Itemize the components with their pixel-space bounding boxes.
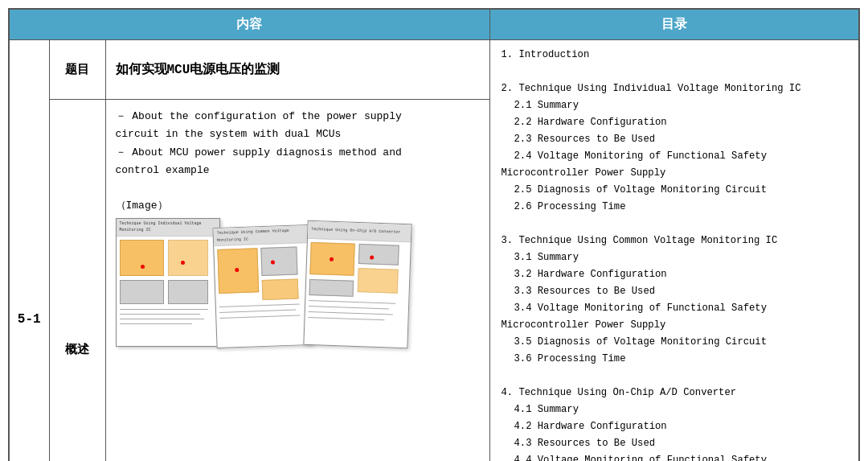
toc-sub-3-1: 3.1 Summary bbox=[502, 249, 848, 266]
doc-line-2c bbox=[219, 315, 300, 318]
title-row: 5-1 题目 如何实现MCU电源电压的监测 1. Introduction 2.… bbox=[9, 40, 859, 100]
toc-heading-2: 2. Technique Using Individual Voltage Mo… bbox=[502, 80, 848, 97]
toc-sub-4-1: 4.1 Summary bbox=[502, 401, 848, 418]
toc-cell: 1. Introduction 2. Technique Using Indiv… bbox=[489, 40, 859, 462]
doc-diagram-1b bbox=[120, 280, 164, 304]
toc-heading-1: 1. Introduction bbox=[502, 47, 848, 64]
toc-section-2: 2. Technique Using Individual Voltage Mo… bbox=[502, 80, 848, 216]
document-images: Technique Using Individual Voltage Monit… bbox=[116, 218, 480, 347]
toc-sub-4-3: 4.3 Resources to Be Used bbox=[502, 435, 848, 452]
toc-section-1: 1. Introduction bbox=[502, 47, 848, 64]
image-label: （Image） bbox=[116, 197, 480, 215]
toc-sub-3-6: 3.6 Processing Time bbox=[502, 351, 848, 368]
doc-line-2b bbox=[219, 309, 296, 312]
doc-thumbnail-1: Technique Using Individual Voltage Monit… bbox=[116, 218, 220, 347]
doc-diagram-2b bbox=[260, 246, 297, 276]
doc-line-3c bbox=[308, 311, 392, 315]
doc-line-1c bbox=[120, 319, 204, 319]
label-overview-cell: 概述 bbox=[49, 100, 105, 461]
doc-diagram-3b bbox=[358, 244, 399, 265]
doc-diagram-1d bbox=[168, 280, 208, 304]
desc-line-2: circuit in the system with dual MCUs bbox=[116, 126, 480, 143]
doc-thumbnail-3: Technique Using On-Chip A/D Converter bbox=[303, 220, 411, 348]
doc-body-1 bbox=[117, 237, 219, 346]
doc-dot-3b bbox=[370, 255, 374, 259]
toc-sub-2-5: 2.5 Diagnosis of Voltage Monitoring Circ… bbox=[502, 182, 848, 199]
doc-line-3d bbox=[308, 317, 384, 320]
doc-line-1b bbox=[120, 314, 200, 315]
toc-sub-2-4b: Microcontroller Power Supply bbox=[502, 165, 848, 182]
doc-dot-1a bbox=[141, 265, 145, 269]
doc-dot-3a bbox=[329, 257, 333, 261]
doc-body-3 bbox=[304, 239, 410, 348]
overview-content-cell: － About the configuration of the power s… bbox=[105, 100, 489, 461]
doc-diagram-3c bbox=[357, 268, 398, 294]
header-row: 内容 目录 bbox=[9, 9, 859, 40]
doc-line-1d bbox=[120, 323, 192, 324]
toc-sub-3-2: 3.2 Hardware Configuration bbox=[502, 266, 848, 283]
doc-dot-2b bbox=[270, 260, 274, 264]
row-num-cell: 5-1 bbox=[9, 40, 49, 462]
toc-section-3: 3. Technique Using Common Voltage Monito… bbox=[502, 233, 848, 368]
toc-sub-2-6: 2.6 Processing Time bbox=[502, 199, 848, 216]
toc-sub-4-4: 4.4 Voltage Monitoring of Functional Saf… bbox=[502, 452, 848, 461]
doc-body-2 bbox=[214, 243, 312, 348]
doc-diagram-2c bbox=[261, 278, 298, 300]
doc-line-2a bbox=[219, 303, 299, 307]
toc-sub-3-4b: Microcontroller Power Supply bbox=[502, 317, 848, 334]
desc-line-1: － About the configuration of the power s… bbox=[116, 108, 480, 126]
doc-line-1a bbox=[120, 309, 208, 310]
doc-dot-1b bbox=[181, 261, 185, 265]
toc-sub-4-2: 4.2 Hardware Configuration bbox=[502, 418, 848, 435]
doc-diagram-3d bbox=[309, 279, 354, 297]
doc-thumbnail-2: Technique Using Common Voltage Monitorin… bbox=[212, 224, 313, 348]
main-table: 内容 目录 5-1 题目 如何实现MCU电源电压的监测 1. Introduct… bbox=[8, 8, 860, 461]
doc-line-3b bbox=[309, 306, 389, 309]
doc-line-3a bbox=[309, 300, 395, 304]
toc-heading-3: 3. Technique Using Common Voltage Monito… bbox=[502, 233, 848, 249]
title-value-cell: 如何实现MCU电源电压的监测 bbox=[105, 40, 489, 100]
toc-sub-3-3: 3.3 Resources to Be Used bbox=[502, 283, 848, 300]
toc-heading-4: 4. Technique Using On-Chip A/D Converter bbox=[502, 385, 848, 401]
header-col1: 内容 bbox=[9, 9, 489, 40]
toc-sub-2-2: 2.2 Hardware Configuration bbox=[502, 114, 848, 131]
desc-line-4: control example bbox=[116, 162, 480, 179]
toc-sub-2-3: 2.3 Resources to Be Used bbox=[502, 131, 848, 148]
doc-diagram-1c bbox=[168, 240, 208, 276]
toc-sub-2-1: 2.1 Summary bbox=[502, 97, 848, 114]
doc-header-1: Technique Using Individual Voltage Monit… bbox=[117, 219, 219, 237]
toc-sub-3-5: 3.5 Diagnosis of Voltage Monitoring Circ… bbox=[502, 334, 848, 351]
doc-diagram-1a bbox=[120, 240, 164, 276]
desc-line-3: － About MCU power supply diagnosis metho… bbox=[116, 144, 480, 162]
toc-sub-3-4: 3.4 Voltage Monitoring of Functional Saf… bbox=[502, 300, 848, 317]
toc-sub-2-4: 2.4 Voltage Monitoring of Functional Saf… bbox=[502, 148, 848, 165]
label-title-cell: 题目 bbox=[49, 40, 105, 100]
toc-section-4: 4. Technique Using On-Chip A/D Converter… bbox=[502, 385, 848, 461]
doc-dot-2a bbox=[235, 268, 239, 272]
header-col2: 目录 bbox=[489, 9, 859, 40]
